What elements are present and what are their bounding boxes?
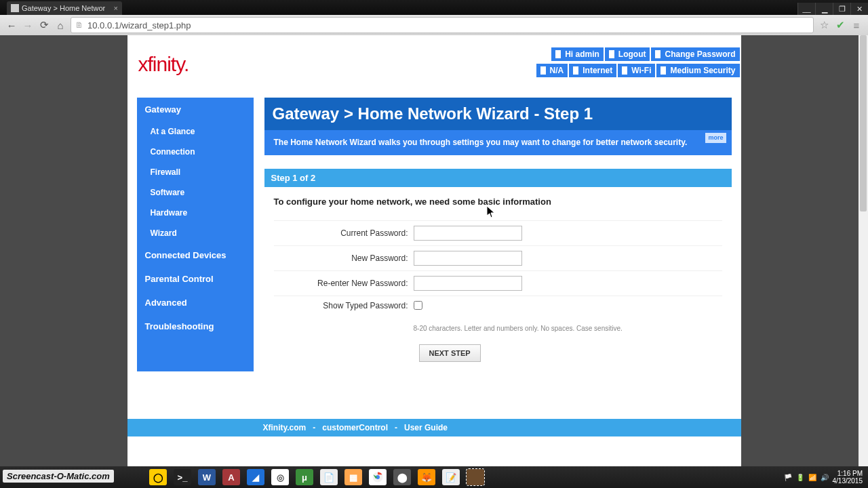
footer-link-xfinity[interactable]: Xfinity.com — [263, 423, 307, 432]
forward-icon[interactable]: → — [22, 19, 34, 31]
taskbar-app-icon[interactable]: 📄 — [320, 469, 338, 485]
browser-tab[interactable]: Gateway > Home Networ × — [7, 1, 122, 15]
footer-link-customercontrol[interactable]: customerControl — [322, 423, 388, 432]
status-na: N/A — [536, 64, 568, 77]
taskbar-notepad-icon[interactable]: 📝 — [442, 469, 460, 485]
taskbar-app-icon[interactable]: ◯ — [149, 469, 167, 485]
window-minimize-icon[interactable]: __ — [797, 3, 815, 15]
sidebar-troubleshooting[interactable]: Troubleshooting — [137, 314, 254, 338]
form-instruction: To configure your home network, we need … — [274, 197, 722, 207]
sidebar-wizard[interactable]: Wizard — [137, 223, 254, 243]
tab-close-icon[interactable]: × — [114, 4, 118, 12]
label-reenter-password: Re-enter New Password: — [274, 279, 414, 288]
label-new-password: New Password: — [274, 253, 414, 263]
taskbar-word-icon[interactable]: W — [198, 469, 216, 485]
step-indicator: Step 1 of 2 — [264, 169, 732, 187]
xfinity-logo: xfinity. — [138, 53, 189, 76]
sidebar-hardware[interactable]: Hardware — [137, 203, 254, 223]
new-password-field[interactable] — [414, 251, 522, 266]
taskbar-utorrent-icon[interactable]: μ — [296, 469, 313, 485]
window-close-icon[interactable]: ✕ — [850, 3, 868, 15]
tray-date: 4/13/2015 — [833, 477, 863, 485]
status-internet[interactable]: Internet — [569, 64, 616, 77]
label-current-password: Current Password: — [274, 228, 414, 238]
taskbar-chrome-icon[interactable] — [369, 469, 387, 485]
sidebar-connection[interactable]: Connection — [137, 142, 254, 162]
logout-link[interactable]: Logout — [605, 47, 650, 61]
home-icon[interactable]: ⌂ — [54, 19, 66, 31]
window-maximize-icon[interactable]: ❐ — [833, 3, 850, 15]
address-bar[interactable]: 🗎 10.0.0.1/wizard_step1.php — [71, 17, 814, 33]
tray-time: 1:16 PM — [833, 470, 863, 477]
tray-volume-icon[interactable]: 🔊 — [821, 474, 829, 481]
sidebar-connected-devices[interactable]: Connected Devices — [137, 243, 254, 267]
back-icon[interactable]: ← — [5, 19, 18, 31]
status-wifi[interactable]: Wi-Fi — [618, 64, 655, 77]
extension-check-icon[interactable]: ✔ — [834, 19, 846, 31]
favicon — [11, 4, 19, 12]
watermark: Screencast-O-Matic.com — [3, 470, 114, 483]
change-password-link[interactable]: Change Password — [651, 47, 739, 61]
sidebar-at-a-glance[interactable]: At a Glance — [137, 121, 254, 142]
sidebar-gateway[interactable]: Gateway — [137, 98, 254, 121]
more-link[interactable]: more — [705, 133, 726, 143]
tray-battery-icon[interactable]: 🔋 — [796, 474, 804, 481]
taskbar-app-icon[interactable]: ◎ — [271, 469, 289, 485]
current-password-field[interactable] — [414, 226, 522, 241]
sidebar-advanced[interactable]: Advanced — [137, 291, 254, 314]
wizard-msg: The Home Network Wizard walks you throug… — [264, 130, 732, 155]
bookmark-star-icon[interactable]: ☆ — [818, 19, 830, 31]
taskbar-access-icon[interactable]: A — [222, 469, 240, 485]
sidebar-parental-control[interactable]: Parental Control — [137, 267, 254, 291]
menu-icon[interactable]: ≡ — [850, 19, 863, 31]
greeting-pill: Hi admin — [551, 47, 604, 61]
footer-link-userguide[interactable]: User Guide — [404, 423, 448, 432]
scrollbar[interactable] — [859, 35, 868, 466]
taskbar-app-icon[interactable]: ◢ — [247, 469, 264, 485]
page-icon: 🗎 — [75, 20, 83, 30]
sidebar-firewall[interactable]: Firewall — [137, 162, 254, 182]
taskbar-firefox-icon[interactable]: 🦊 — [418, 469, 435, 485]
taskbar-terminal-icon[interactable]: >_ — [174, 469, 191, 485]
next-step-button[interactable]: NEXT STEP — [419, 344, 481, 362]
label-show-typed: Show Typed Password: — [274, 301, 414, 310]
sidebar-software[interactable]: Software — [137, 182, 254, 203]
tray-flag-icon[interactable]: 🏳️ — [784, 474, 792, 481]
taskbar-recorder-icon[interactable] — [467, 469, 484, 485]
page-footer: Xfinity.com - customerControl - User Gui… — [127, 419, 741, 436]
page-title: Gateway > Home Network Wizard - Step 1 — [264, 98, 732, 130]
url-text: 10.0.0.1/wizard_step1.php — [87, 20, 191, 30]
status-security[interactable]: Medium Security — [656, 64, 739, 77]
taskbar-app-icon[interactable]: ▦ — [344, 469, 362, 485]
tab-title: Gateway > Home Networ — [22, 4, 105, 12]
reenter-password-field[interactable] — [414, 276, 522, 291]
sidebar: Gateway At a Glance Connection Firewall … — [137, 98, 254, 371]
reload-icon[interactable]: ⟳ — [38, 19, 50, 31]
window-minimize2-icon[interactable]: ▁ — [815, 3, 833, 15]
taskbar-app-icon[interactable]: ⬤ — [393, 469, 411, 485]
password-hint: 8-20 characters. Letter and numbers only… — [414, 325, 722, 332]
show-typed-checkbox[interactable] — [414, 301, 422, 310]
tray-network-icon[interactable]: 📶 — [808, 474, 816, 481]
